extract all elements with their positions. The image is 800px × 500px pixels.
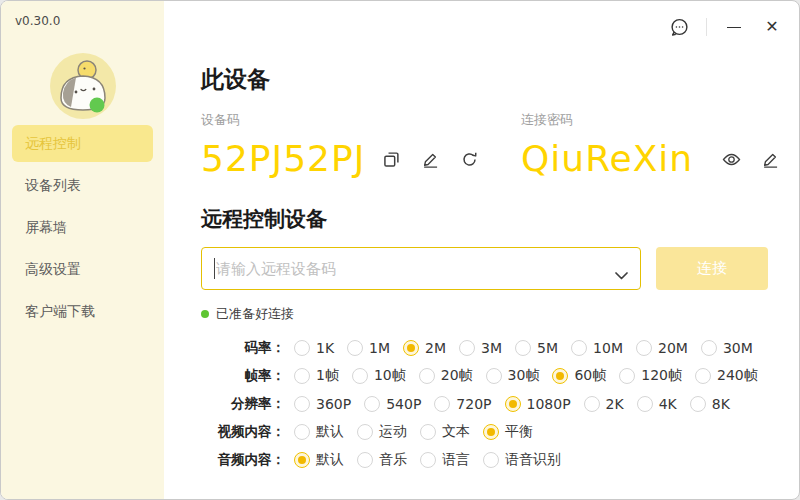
radio-option-label: 4K bbox=[659, 396, 677, 412]
radio-icon[interactable] bbox=[352, 368, 368, 384]
edit-icon[interactable] bbox=[420, 149, 440, 169]
radio-option[interactable]: 语音识别 bbox=[483, 451, 561, 469]
radio-icon[interactable] bbox=[420, 452, 436, 468]
radio-option-label: 1080P bbox=[527, 396, 571, 412]
radio-option[interactable]: 10M bbox=[571, 340, 623, 356]
refresh-icon[interactable] bbox=[459, 149, 479, 169]
radio-option[interactable]: 默认 bbox=[294, 451, 344, 469]
radio-checked-icon[interactable] bbox=[505, 396, 521, 412]
radio-option[interactable]: 8K bbox=[690, 396, 730, 412]
radio-option[interactable]: 平衡 bbox=[483, 423, 533, 441]
radio-icon[interactable] bbox=[695, 368, 711, 384]
radio-option-label: 1M bbox=[369, 340, 390, 356]
radio-option[interactable]: 30帧 bbox=[486, 367, 540, 385]
radio-option[interactable]: 1K bbox=[294, 340, 334, 356]
radio-checked-icon[interactable] bbox=[294, 452, 310, 468]
online-status-dot bbox=[90, 98, 105, 113]
device-code-section: 设备码 52PJ52PJ bbox=[201, 111, 521, 181]
radio-option[interactable]: 240帧 bbox=[695, 367, 758, 385]
radio-checked-icon[interactable] bbox=[552, 368, 568, 384]
radio-option[interactable]: 3M bbox=[459, 340, 502, 356]
radio-option-label: 60帧 bbox=[574, 367, 606, 385]
copy-icon[interactable] bbox=[381, 149, 401, 169]
radio-icon[interactable] bbox=[357, 424, 373, 440]
radio-option[interactable]: 4K bbox=[637, 396, 677, 412]
radio-icon[interactable] bbox=[571, 340, 587, 356]
option-row-label: 视频内容： bbox=[201, 423, 294, 441]
radio-option[interactable]: 默认 bbox=[294, 423, 344, 441]
chevron-down-icon[interactable] bbox=[615, 265, 628, 284]
radio-icon[interactable] bbox=[294, 340, 310, 356]
radio-icon[interactable] bbox=[420, 424, 436, 440]
radio-option[interactable]: 20帧 bbox=[419, 367, 473, 385]
radio-icon[interactable] bbox=[357, 452, 373, 468]
status-dot-icon bbox=[201, 310, 209, 318]
radio-icon[interactable] bbox=[294, 396, 310, 412]
avatar[interactable] bbox=[50, 53, 116, 119]
radio-option[interactable]: 540P bbox=[364, 396, 421, 412]
radio-option-label: 语言 bbox=[442, 451, 470, 469]
radio-option[interactable]: 30M bbox=[701, 340, 753, 356]
radio-icon[interactable] bbox=[636, 340, 652, 356]
radio-icon[interactable] bbox=[584, 396, 600, 412]
device-code-value: 52PJ52PJ bbox=[201, 137, 365, 181]
sidebar-item-advanced-settings[interactable]: 高级设置 bbox=[12, 251, 153, 288]
sidebar-item-device-list[interactable]: 设备列表 bbox=[12, 167, 153, 204]
radio-option[interactable]: 720P bbox=[434, 396, 491, 412]
radio-option[interactable]: 2M bbox=[403, 340, 446, 356]
radio-option-label: 1K bbox=[316, 340, 334, 356]
radio-icon[interactable] bbox=[294, 368, 310, 384]
eye-icon[interactable] bbox=[721, 149, 741, 169]
radio-icon[interactable] bbox=[690, 396, 706, 412]
option-row-label: 码率： bbox=[201, 339, 294, 357]
radio-icon[interactable] bbox=[486, 368, 502, 384]
radio-option[interactable]: 文本 bbox=[420, 423, 470, 441]
status-text: 已准备好连接 bbox=[216, 305, 294, 323]
app-window: v0.30.0 远程控制设备列表屏幕墙高级设置客户端下载 bbox=[0, 0, 800, 500]
radio-icon[interactable] bbox=[459, 340, 475, 356]
radio-icon[interactable] bbox=[347, 340, 363, 356]
radio-option[interactable]: 音乐 bbox=[357, 451, 407, 469]
radio-option[interactable]: 10帧 bbox=[352, 367, 406, 385]
radio-icon[interactable] bbox=[419, 368, 435, 384]
sidebar-item-client-download[interactable]: 客户端下载 bbox=[12, 293, 153, 330]
radio-option[interactable]: 语言 bbox=[420, 451, 470, 469]
radio-icon[interactable] bbox=[619, 368, 635, 384]
text-caret bbox=[214, 258, 215, 279]
radio-icon[interactable] bbox=[364, 396, 380, 412]
radio-option[interactable]: 运动 bbox=[357, 423, 407, 441]
option-row-audio-content: 音频内容：默认音乐语言语音识别 bbox=[201, 446, 779, 474]
remote-code-input[interactable] bbox=[201, 247, 641, 290]
radio-icon[interactable] bbox=[434, 396, 450, 412]
radio-option[interactable]: 120帧 bbox=[619, 367, 682, 385]
connect-button[interactable]: 连接 bbox=[656, 247, 768, 290]
radio-option[interactable]: 1M bbox=[347, 340, 390, 356]
radio-option[interactable]: 1帧 bbox=[294, 367, 339, 385]
radio-option[interactable]: 1080P bbox=[505, 396, 571, 412]
radio-option-label: 360P bbox=[316, 396, 351, 412]
option-row-label: 帧率： bbox=[201, 367, 294, 385]
password-label: 连接密码 bbox=[521, 111, 780, 129]
option-row-bitrate: 码率：1K1M2M3M5M10M20M30M bbox=[201, 334, 779, 362]
radio-icon[interactable] bbox=[515, 340, 531, 356]
radio-option-label: 10M bbox=[593, 340, 623, 356]
edit-icon[interactable] bbox=[760, 149, 780, 169]
radio-checked-icon[interactable] bbox=[403, 340, 419, 356]
radio-option[interactable]: 60帧 bbox=[552, 367, 606, 385]
radio-option-label: 5M bbox=[537, 340, 558, 356]
radio-option-label: 音乐 bbox=[379, 451, 407, 469]
radio-option[interactable]: 5M bbox=[515, 340, 558, 356]
radio-icon[interactable] bbox=[701, 340, 717, 356]
radio-option[interactable]: 2K bbox=[584, 396, 624, 412]
sidebar-item-remote-control[interactable]: 远程控制 bbox=[12, 125, 153, 162]
radio-option-label: 默认 bbox=[316, 451, 344, 469]
radio-icon[interactable] bbox=[294, 424, 310, 440]
radio-icon[interactable] bbox=[483, 452, 499, 468]
radio-checked-icon[interactable] bbox=[483, 424, 499, 440]
sidebar-item-screen-wall[interactable]: 屏幕墙 bbox=[12, 209, 153, 246]
radio-option-label: 30M bbox=[723, 340, 753, 356]
radio-option-label: 1帧 bbox=[316, 367, 339, 385]
radio-option[interactable]: 360P bbox=[294, 396, 351, 412]
radio-icon[interactable] bbox=[637, 396, 653, 412]
radio-option[interactable]: 20M bbox=[636, 340, 688, 356]
